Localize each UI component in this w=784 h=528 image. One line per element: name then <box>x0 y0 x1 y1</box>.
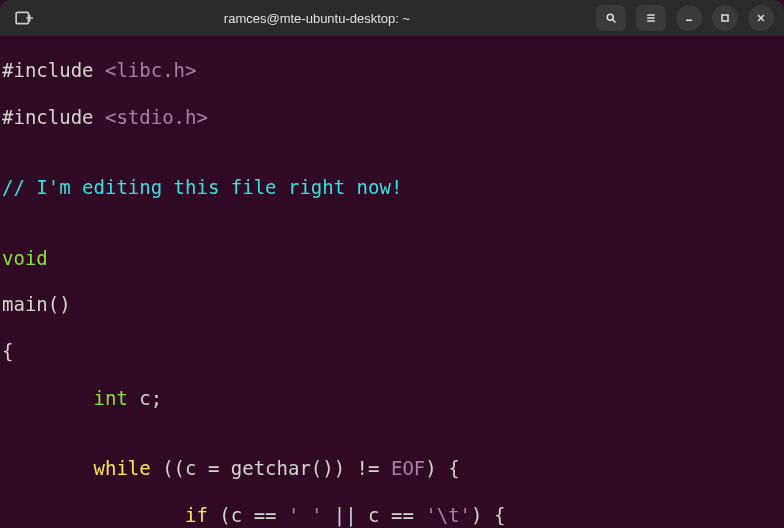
search-button[interactable] <box>596 5 626 31</box>
code-line: void <box>0 247 784 270</box>
code-line: { <box>0 340 784 363</box>
svg-point-3 <box>607 14 613 20</box>
code-line: #include <stdio.h> <box>0 106 784 129</box>
minimize-button[interactable] <box>676 5 702 31</box>
code-line: if (c == ' ' || c == '\t') { <box>0 504 784 527</box>
svg-line-4 <box>613 20 616 23</box>
window-title: ramces@mte-ubuntu-desktop: ~ <box>38 11 596 26</box>
code-line: #include <libc.h> <box>0 59 784 82</box>
svg-rect-9 <box>722 15 728 21</box>
maximize-button[interactable] <box>712 5 738 31</box>
code-line: // I'm editing this file right now! <box>0 176 784 199</box>
code-line: int c; <box>0 387 784 410</box>
terminal-content[interactable]: #include <libc.h> #include <stdio.h> // … <box>0 36 784 528</box>
menu-button[interactable] <box>636 5 666 31</box>
window-titlebar: ramces@mte-ubuntu-desktop: ~ <box>0 0 784 36</box>
close-button[interactable] <box>748 5 774 31</box>
new-tab-button[interactable] <box>10 5 38 31</box>
code-line: main() <box>0 293 784 316</box>
code-line: while ((c = getchar()) != EOF) { <box>0 457 784 480</box>
